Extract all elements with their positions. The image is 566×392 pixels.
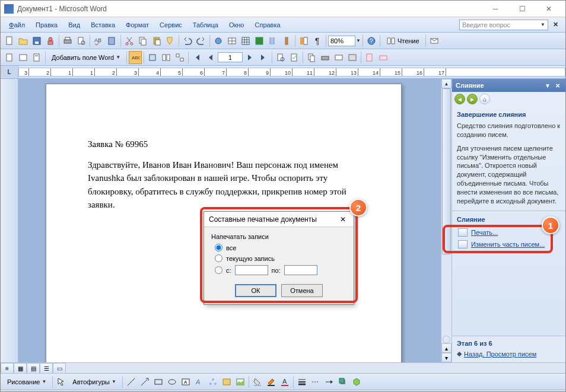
menu-format[interactable]: Формат <box>121 20 154 30</box>
open-datasource-button[interactable] <box>17 51 30 64</box>
drawing-button[interactable] <box>280 34 293 47</box>
minimize-button[interactable]: ─ <box>482 3 508 15</box>
prev-page-button[interactable]: ▴ <box>441 343 451 353</box>
normal-view-button[interactable]: ≡ <box>1 363 14 374</box>
rectangle-button[interactable] <box>152 375 165 388</box>
print-preview-button[interactable] <box>75 34 88 47</box>
last-record-button[interactable] <box>257 51 270 64</box>
reading-view-button[interactable]: ▭ <box>53 363 66 374</box>
letters-button[interactable] <box>363 51 376 64</box>
zoom-dropdown-icon[interactable]: ▼ <box>356 38 361 43</box>
check-errors-button[interactable] <box>288 51 301 64</box>
prev-record-button[interactable] <box>204 51 217 64</box>
taskpane-close-button[interactable]: ✕ <box>554 81 562 90</box>
tables-borders-button[interactable] <box>225 34 239 47</box>
radio-current[interactable] <box>215 254 222 262</box>
research-button[interactable] <box>106 34 119 47</box>
radio-all-label[interactable]: все <box>226 244 236 251</box>
line-style-button[interactable] <box>295 375 309 388</box>
help-button[interactable]: ? <box>365 34 378 47</box>
find-entry-button[interactable] <box>274 51 287 64</box>
cut-button[interactable] <box>123 34 136 47</box>
status-book-icon[interactable] <box>549 390 562 393</box>
highlight-fields-button[interactable] <box>146 51 159 64</box>
columns-button[interactable] <box>266 34 279 47</box>
menu-view[interactable]: Вид <box>63 20 85 30</box>
print-button[interactable] <box>61 34 74 47</box>
dialog-close-button[interactable]: ✕ <box>337 214 349 225</box>
web-view-button[interactable]: ▦ <box>14 363 27 374</box>
new-doc-button[interactable] <box>3 34 16 47</box>
menu-window[interactable]: Окно <box>224 20 249 30</box>
autoshapes-button[interactable]: Автофигуры▼ <box>68 375 120 388</box>
radio-all[interactable] <box>215 244 222 251</box>
next-page-button[interactable]: ▾ <box>441 353 451 362</box>
doc-map-button[interactable] <box>297 34 310 47</box>
scroll-thumb[interactable] <box>442 88 451 254</box>
maximize-button[interactable]: ☐ <box>509 3 535 15</box>
envelopes-button[interactable] <box>377 51 390 64</box>
radio-range[interactable] <box>215 266 222 274</box>
main-doc-button[interactable] <box>3 51 16 64</box>
menu-tools[interactable]: Сервис <box>155 20 187 30</box>
menu-table[interactable]: Таблица <box>188 20 223 30</box>
select-objects-button[interactable] <box>55 375 68 388</box>
drawing-menu-button[interactable]: Рисование▼ <box>3 375 50 388</box>
fill-color-button[interactable] <box>251 375 264 388</box>
recipients-button[interactable] <box>30 51 43 64</box>
scroll-up-button[interactable]: ▲ <box>441 79 451 88</box>
menu-edit[interactable]: Правка <box>31 20 62 30</box>
format-painter-button[interactable] <box>164 34 177 47</box>
add-word-field-button[interactable]: Добавить поле Word▼ <box>47 51 125 64</box>
browse-object-button[interactable] <box>443 336 450 343</box>
envelope-button[interactable] <box>428 34 441 47</box>
propagate-labels-button[interactable] <box>173 51 186 64</box>
diagram-button[interactable] <box>206 375 220 388</box>
line-color-button[interactable] <box>265 375 278 388</box>
record-number-input[interactable] <box>218 52 243 62</box>
horizontal-scrollbar[interactable] <box>66 363 565 373</box>
menu-insert[interactable]: Вставка <box>86 20 120 30</box>
textbox-button[interactable]: A <box>179 375 192 388</box>
wordart-button[interactable]: A <box>193 375 206 388</box>
arrow-button[interactable] <box>138 375 151 388</box>
redo-button[interactable] <box>195 34 208 47</box>
copy-button[interactable] <box>136 34 150 47</box>
radio-current-label[interactable]: текущую запись <box>226 255 275 262</box>
picture-button[interactable] <box>234 375 247 388</box>
outline-view-button[interactable]: ☰ <box>40 363 53 374</box>
doc-close-button[interactable]: ✕ <box>549 21 562 28</box>
permissions-button[interactable] <box>44 34 57 47</box>
menu-file[interactable]: Файлdocument.currentScript.previousEleme… <box>4 20 30 30</box>
clipart-button[interactable] <box>220 375 233 388</box>
hyperlink-button[interactable] <box>212 34 225 47</box>
dialog-titlebar[interactable]: Составные печатные документы ✕ <box>204 212 354 227</box>
taskpane-forward-button[interactable]: ► <box>467 94 478 104</box>
3d-button[interactable] <box>350 375 363 388</box>
taskpane-dropdown-button[interactable]: ▼ <box>543 81 552 90</box>
read-mode-button[interactable]: Чтение <box>382 34 424 47</box>
view-merged-button[interactable]: ABC <box>129 51 142 64</box>
show-hide-button[interactable]: ¶ <box>311 34 324 47</box>
open-button[interactable] <box>17 34 30 47</box>
radio-range-label[interactable]: с: <box>226 267 231 274</box>
merge-printer-button[interactable] <box>319 51 332 64</box>
arrow-style-button[interactable] <box>323 375 336 388</box>
line-button[interactable] <box>125 375 138 388</box>
next-record-button[interactable] <box>243 51 256 64</box>
range-to-input[interactable] <box>284 265 317 275</box>
taskpane-home-button[interactable]: ⌂ <box>479 94 490 104</box>
cancel-button[interactable]: Отмена <box>281 284 323 297</box>
shadow-button[interactable] <box>336 375 349 388</box>
first-record-button[interactable] <box>190 51 203 64</box>
merge-fax-button[interactable] <box>346 51 359 64</box>
match-fields-button[interactable] <box>160 51 173 64</box>
ask-question-input[interactable]: Введите вопрос ▼ <box>459 20 548 30</box>
excel-button[interactable] <box>253 34 266 47</box>
dash-style-button[interactable] <box>309 375 322 388</box>
merge-edit-link[interactable]: Изменить часть писем... <box>457 238 561 250</box>
range-from-input[interactable] <box>235 265 268 275</box>
vertical-scrollbar[interactable]: ▲ ▴ ▾ <box>441 79 451 362</box>
merge-email-button[interactable] <box>332 51 345 64</box>
undo-button[interactable] <box>181 34 194 47</box>
